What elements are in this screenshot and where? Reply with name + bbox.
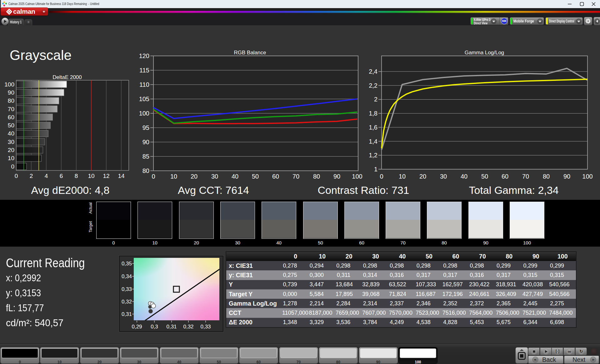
svg-text:0: 0: [15, 173, 18, 179]
svg-text:30: 30: [440, 173, 447, 180]
svg-text:RGB Balance: RGB Balance: [234, 50, 266, 56]
svg-text:0,31: 0,31: [166, 324, 177, 330]
svg-text:50: 50: [252, 173, 259, 180]
svg-text:100: 100: [4, 81, 14, 88]
svg-text:20: 20: [191, 173, 198, 180]
svg-text:105: 105: [139, 96, 149, 102]
svg-text:80: 80: [543, 173, 550, 180]
svg-text:20: 20: [8, 147, 14, 153]
svg-text:115: 115: [139, 67, 149, 74]
svg-text:20: 20: [419, 173, 426, 180]
svg-text:90: 90: [8, 89, 14, 96]
svg-text:100: 100: [352, 173, 362, 180]
svg-text:40: 40: [232, 173, 238, 180]
svg-text:85: 85: [142, 153, 149, 160]
svg-text:0,33: 0,33: [200, 324, 211, 330]
svg-text:30: 30: [8, 139, 14, 145]
svg-text:100: 100: [139, 110, 149, 117]
svg-text:6: 6: [60, 173, 63, 179]
svg-text:2,4: 2,4: [369, 68, 378, 75]
svg-text:0,35: 0,35: [122, 261, 132, 267]
svg-text:40: 40: [461, 173, 468, 180]
svg-text:4: 4: [45, 173, 48, 179]
svg-text:10: 10: [399, 173, 406, 180]
svg-text:10: 10: [88, 173, 94, 179]
svg-text:80: 80: [313, 173, 320, 180]
svg-text:Gamma Log/Log: Gamma Log/Log: [465, 50, 504, 56]
svg-text:14: 14: [118, 173, 125, 179]
svg-text:1,4: 1,4: [369, 138, 378, 145]
svg-text:12: 12: [103, 173, 109, 179]
svg-text:0,3: 0,3: [151, 324, 158, 330]
svg-text:1,8: 1,8: [369, 110, 378, 117]
svg-text:2: 2: [30, 173, 33, 179]
svg-text:90: 90: [333, 173, 340, 180]
svg-text:120: 120: [139, 52, 149, 59]
svg-text:80: 80: [8, 97, 14, 104]
svg-text:40: 40: [8, 130, 14, 137]
svg-text:0,29: 0,29: [132, 324, 142, 330]
svg-text:10: 10: [8, 155, 14, 161]
svg-text:0,32: 0,32: [122, 299, 132, 305]
svg-text:70: 70: [522, 173, 529, 180]
svg-text:0: 0: [152, 173, 155, 180]
svg-text:90: 90: [142, 139, 149, 145]
svg-text:60: 60: [8, 114, 14, 121]
svg-text:0,33: 0,33: [122, 286, 132, 292]
svg-text:90: 90: [563, 173, 570, 180]
svg-text:110: 110: [139, 81, 149, 88]
svg-text:0: 0: [11, 163, 14, 170]
svg-text:1: 1: [374, 166, 378, 173]
svg-text:100: 100: [582, 173, 592, 180]
svg-text:50: 50: [481, 173, 488, 180]
svg-text:1,6: 1,6: [369, 124, 378, 131]
svg-text:8: 8: [75, 173, 78, 179]
svg-text:1,2: 1,2: [369, 152, 378, 159]
svg-text:30: 30: [211, 173, 218, 180]
svg-text:0,32: 0,32: [183, 324, 193, 330]
svg-text:60: 60: [502, 173, 508, 180]
svg-text:2: 2: [374, 96, 378, 103]
svg-text:0,34: 0,34: [122, 273, 132, 279]
svg-text:2,2: 2,2: [369, 82, 378, 89]
svg-text:DeltaE 2000: DeltaE 2000: [52, 74, 82, 80]
svg-text:10: 10: [170, 173, 177, 180]
svg-text:70: 70: [292, 173, 299, 180]
svg-text:95: 95: [142, 124, 149, 131]
svg-text:0,31: 0,31: [122, 311, 132, 317]
svg-text:60: 60: [272, 173, 279, 180]
svg-text:80: 80: [142, 167, 149, 174]
svg-text:70: 70: [8, 106, 14, 112]
svg-text:0: 0: [380, 173, 383, 180]
svg-text:50: 50: [8, 122, 14, 129]
